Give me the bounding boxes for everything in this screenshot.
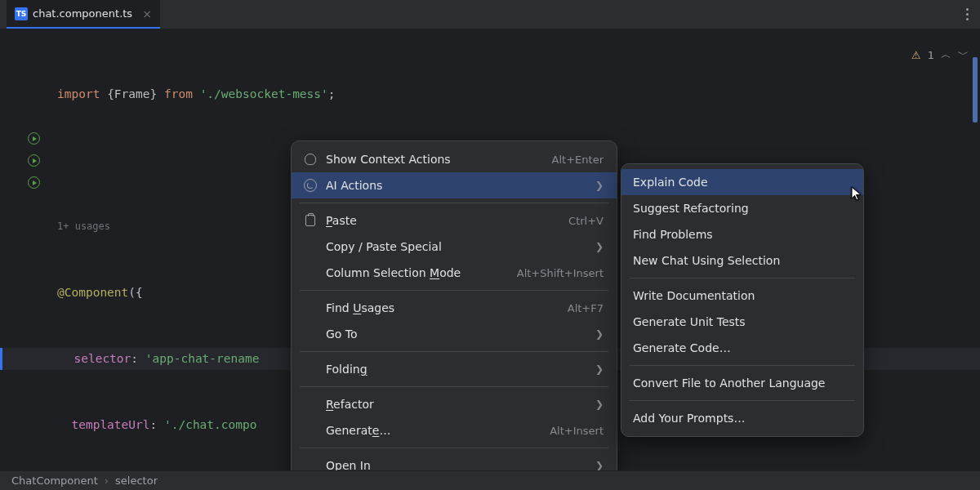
menu-item-refactor[interactable]: Refactor ❯ [292, 391, 617, 417]
menu-item-generate[interactable]: Generate… Alt+Insert [292, 417, 617, 443]
bulb-icon [303, 154, 318, 165]
breadcrumb-part[interactable]: selector [115, 474, 158, 487]
menu-item-paste[interactable]: Paste Ctrl+V [292, 207, 617, 234]
run-gutter-icon[interactable] [28, 154, 40, 167]
menu-separator [630, 400, 855, 401]
menu-separator [630, 365, 855, 366]
editor-tab-bar: TS chat.component.ts × [0, 0, 980, 29]
tab-filename: chat.component.ts [33, 7, 132, 20]
menu-item-convert-file[interactable]: Convert File to Another Language [621, 370, 863, 396]
submenu-arrow-icon: ❯ [595, 180, 604, 191]
editor-tab-active[interactable]: TS chat.component.ts × [7, 0, 160, 29]
menu-item-context-actions[interactable]: Show Context Actions Alt+Enter [292, 146, 617, 172]
menu-item-find-usages[interactable]: Find Usages Alt+F7 [292, 295, 617, 321]
breadcrumb-part[interactable]: ChatComponent [11, 474, 98, 487]
run-gutter-icon[interactable] [28, 176, 40, 189]
menu-item-column-selection[interactable]: Column Selection Mode Alt+Shift+Insert [292, 260, 617, 286]
submenu-arrow-icon: ❯ [595, 460, 604, 471]
menu-item-find-problems[interactable]: Find Problems [621, 221, 863, 247]
menu-separator [300, 448, 608, 448]
tab-more-icon[interactable] [966, 8, 969, 20]
breadcrumb-separator-icon: › [105, 474, 109, 487]
paste-icon [303, 215, 318, 226]
menu-item-explain-code[interactable]: Explain Code [621, 169, 863, 195]
run-gutter-icon[interactable] [28, 132, 40, 145]
menu-item-write-doc[interactable]: Write Documentation [621, 283, 863, 309]
editor-context-menu: Show Context Actions Alt+Enter AI Action… [291, 140, 617, 484]
menu-item-folding[interactable]: Folding ❯ [292, 356, 617, 382]
menu-separator [300, 203, 608, 203]
submenu-arrow-icon: ❯ [595, 399, 604, 410]
menu-separator [630, 278, 855, 278]
menu-item-suggest-refactoring[interactable]: Suggest Refactoring [621, 195, 863, 221]
menu-item-new-chat-selection[interactable]: New Chat Using Selection [621, 247, 863, 274]
menu-item-ai-actions[interactable]: AI Actions ❯ [292, 172, 617, 198]
ai-icon [303, 179, 318, 192]
submenu-arrow-icon: ❯ [595, 328, 604, 340]
menu-separator [300, 290, 608, 291]
typescript-file-icon: TS [15, 7, 28, 20]
menu-item-generate-tests[interactable]: Generate Unit Tests [621, 309, 863, 335]
menu-item-generate-code[interactable]: Generate Code… [621, 335, 863, 361]
menu-item-go-to[interactable]: Go To ❯ [292, 321, 617, 347]
ai-actions-submenu: Explain Code Suggest Refactoring Find Pr… [621, 163, 864, 437]
editor-gutter [0, 39, 45, 194]
menu-separator [300, 351, 608, 352]
submenu-arrow-icon: ❯ [595, 241, 604, 252]
breadcrumb[interactable]: ChatComponent › selector [0, 470, 980, 490]
menu-separator [300, 386, 608, 387]
menu-item-add-prompts[interactable]: Add Your Prompts… [621, 405, 863, 431]
menu-item-copy-paste-special[interactable]: Copy / Paste Special ❯ [292, 234, 617, 260]
close-tab-icon[interactable]: × [142, 7, 152, 20]
mouse-cursor-icon [851, 186, 862, 201]
submenu-arrow-icon: ❯ [595, 363, 604, 375]
